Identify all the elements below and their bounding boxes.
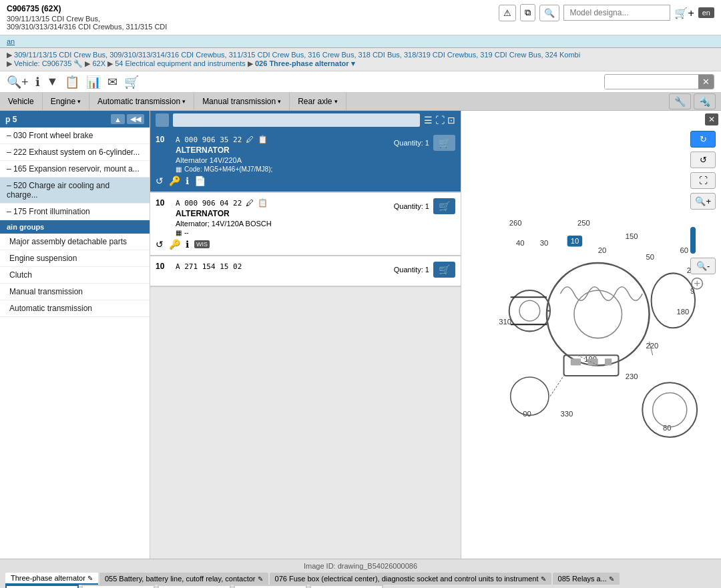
model-search-input[interactable] [563,5,670,21]
wis-icon-2[interactable]: WIS [194,240,210,248]
bc-62x-link[interactable]: 62X [92,59,105,67]
info-icon-2[interactable]: ℹ [186,239,189,250]
part-details-1: A 000 906 35 22 🖊 📋 ALTERNATOR Alternato… [176,135,394,173]
refresh-icon-2[interactable]: ↺ [156,239,164,250]
diagram-zoom-out-btn[interactable]: 🔍- [690,258,716,274]
part-1-info-icon[interactable]: 📋 [258,135,268,144]
part-row-3: 10 A 271 154 15 02 Quantity: 1 🛒 [150,256,461,287]
sidebar-item-222[interactable]: – 222 Exhaust system on 6-cylinder... [0,144,150,161]
part-desc-1: Alternator 14V/220A [176,156,394,164]
list-view-btn[interactable]: ☰ [424,115,433,125]
doc-icon[interactable]: 📋 [65,75,79,89]
sidebar-item-520[interactable]: – 520 Charge air cooling and charge... [0,178,150,204]
bc-54-link[interactable]: 54 Electrical equipment and instruments [115,59,246,67]
cart-add-btn-1[interactable]: 🛒 [433,135,455,151]
bottom-thumb-5[interactable] [310,585,383,588]
sidebar-group-manual-trans[interactable]: Manual transmission [0,284,150,300]
sidebar-item-030[interactable]: – 030 Front wheel brake [0,127,150,144]
bottom-thumb-3[interactable] [158,585,231,588]
nav-bolt-btn[interactable]: 🔩 [694,93,716,109]
bottom-tab-alternator[interactable]: Three-phase alternator ✎ [5,573,98,585]
sidebar-group-auto-trans[interactable]: Automatic transmission [0,300,150,317]
part-name-1: ALTERNATOR [176,145,394,155]
sidebar-item-175[interactable]: – 175 Front illumination [0,204,150,220]
expand-view-btn[interactable]: ⛶ [435,115,445,125]
part-num-1: 10 [156,135,172,144]
key-icon-1[interactable]: 🔑 [169,176,180,186]
refresh-icon-1[interactable]: ↺ [156,176,164,186]
cart-add-btn-2[interactable]: 🛒 [433,198,455,214]
bottom-tab-085[interactable]: 085 Relays a... ✎ [553,573,620,585]
bottom-tab-055[interactable]: 055 Battery, battery line, cutoff relay,… [99,573,268,585]
doc-icon-1[interactable]: 📄 [194,176,206,186]
search-icon-top[interactable]: 🔍 [539,5,559,21]
cart-icon[interactable]: 🛒+ [674,7,694,19]
bottom-tab-055-edit[interactable]: ✎ [258,575,263,583]
qty-label-3: Quantity: 1 [394,266,429,274]
tab-rear-axle[interactable]: Rear axle ▾ [290,93,346,110]
grid-view-btn[interactable]: ⊡ [447,115,455,125]
bottom-tab-076-label: 076 Fuse box (electrical center), diagno… [275,575,539,583]
sidebar-group-major-assembly[interactable]: Major assembly detachable parts [0,234,150,250]
sidebar-item-165[interactable]: – 165 Expansion reservoir, mount a... [0,161,150,178]
bottom-thumb-1[interactable] [5,585,79,588]
tab-auto-trans[interactable]: Automatic transmission ▾ [89,93,194,110]
nav-wrench-btn[interactable]: 🔧 [669,93,691,109]
bc-026-link[interactable]: 026 Three-phase alternator ▾ [255,59,355,67]
diagram-expand-btn[interactable]: ⛶ [690,172,716,189]
zoom-in-icon[interactable]: 🔍+ [7,75,29,89]
diagram-slider-thumb[interactable] [690,227,696,254]
mail-icon[interactable]: ✉ [107,75,117,89]
bottom-tab-076[interactable]: 076 Fuse box (electrical center), diagno… [270,573,551,585]
svg-text:180: 180 [676,308,689,316]
sidebar-group-engine-suspension[interactable]: Engine suspension [0,250,150,267]
bc-vehicle-link[interactable]: Vehicle: C906735 [14,59,71,67]
image-id: Image ID: drawing_B54026000086 [5,562,716,570]
part-id-2: A 000 906 04 22 [176,199,242,208]
diagram-reset-btn[interactable]: ↺ [690,152,716,168]
copy-icon[interactable]: ⧉ [520,4,535,21]
bc-link-1[interactable]: an [7,37,15,45]
tab-manual-trans[interactable]: Manual transmission ▾ [194,93,290,110]
parts-list-search-input[interactable] [173,113,420,127]
diagram-tools: ↻ ↺ ⛶ 🔍+ 🔍- [690,131,716,274]
tab-vehicle[interactable]: Vehicle [0,93,43,110]
parts-list-header: ☰ ⛶ ⊡ [150,111,461,129]
bottom-thumb-4[interactable] [234,585,307,588]
cart-toolbar-icon[interactable]: 🛒 [124,75,139,89]
tab-rear-axle-label: Rear axle [298,97,332,106]
cart-add-btn-3[interactable]: 🛒 [433,262,455,278]
key-icon-2[interactable]: 🔑 [169,239,180,250]
chart-icon[interactable]: 📊 [86,75,101,89]
diagram-close-btn[interactable]: ✕ [705,113,718,125]
bottom-tab-076-edit[interactable]: ✎ [541,575,546,583]
filter-icon[interactable]: ▼ [47,75,59,89]
part-1-edit-icon[interactable]: 🖊 [246,135,254,144]
sidebar-collapse-up[interactable]: ▲ [111,114,125,124]
bottom-tab-alternator-edit[interactable]: ✎ [87,575,93,582]
bottom-thumb-2[interactable] [81,585,155,588]
part-2-edit-icon[interactable]: 🖊 [246,198,254,208]
svg-text:260: 260 [509,219,522,227]
diagram-rotate-btn[interactable]: ↻ [690,131,716,148]
diagram-zoom-in-btn[interactable]: 🔍+ [690,193,716,210]
part-actions-1: Quantity: 1 🛒 [394,135,455,151]
svg-text:40: 40 [516,239,525,247]
sidebar-group-clutch[interactable]: Clutch [0,267,150,284]
sidebar-header: p 5 ▲ ◀◀ [0,111,150,127]
part-2-info-icon[interactable]: 📋 [258,198,268,208]
bottom-tab-055-label: 055 Battery, battery line, cutoff relay,… [105,575,256,583]
toolbar-search-input[interactable] [605,75,698,89]
info-icon-1[interactable]: ℹ [186,176,189,186]
part-row-2-header: 10 A 000 906 04 22 🖊 📋 ALTERNATOR Altern… [156,198,455,236]
alert-icon[interactable]: ⚠ [499,5,516,21]
svg-text:60: 60 [680,246,689,254]
breadcrumb: ▶ 309/11/13/15 CDI Crew Bus, 309/310/313… [0,48,721,71]
sidebar-collapse-left[interactable]: ◀◀ [127,114,144,124]
info-icon[interactable]: ℹ [35,75,40,89]
tab-engine[interactable]: Engine ▾ [43,93,89,110]
toolbar-search-clear[interactable]: ✕ [698,75,714,89]
bottom-tab-085-edit[interactable]: ✎ [609,575,614,583]
bc-model-link[interactable]: 309/11/13/15 CDI Crew Bus, 309/310/313/3… [14,51,580,59]
sidebar-group-clutch-label: Clutch [9,270,32,280]
